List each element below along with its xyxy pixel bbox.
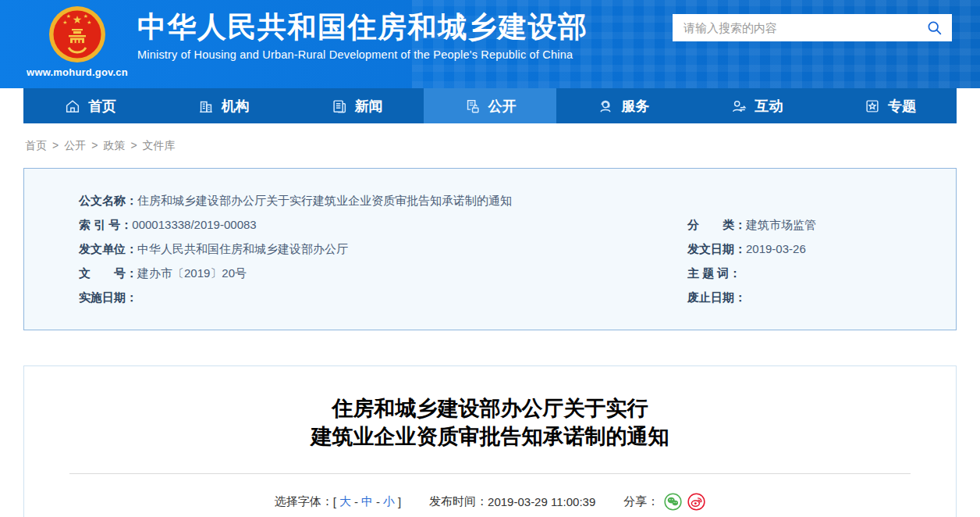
meta-row-issue-date: 发文日期： 2019-03-26 bbox=[687, 237, 956, 261]
share-label: 分享： bbox=[623, 494, 659, 509]
news-icon bbox=[331, 98, 348, 115]
meta-value: 中华人民共和国住房和城乡建设部办公厅 bbox=[137, 237, 348, 261]
breadcrumb-item-disclosure[interactable]: 公开 bbox=[64, 139, 86, 152]
main-nav: 首页 机构 新闻 公开 服务 互 bbox=[23, 88, 957, 123]
nav-label: 机构 bbox=[222, 97, 250, 116]
wechat-icon bbox=[664, 493, 682, 511]
breadcrumb: 首页>公开>政策>文件库 bbox=[25, 139, 957, 153]
weibo-share-button[interactable] bbox=[687, 493, 705, 511]
topics-icon bbox=[864, 98, 881, 115]
font-selector-open-bracket: [ bbox=[333, 495, 336, 508]
home-icon bbox=[64, 98, 81, 115]
nav-item-disclosure[interactable]: 公开 bbox=[424, 88, 557, 123]
nav-item-topics[interactable]: 专题 bbox=[823, 88, 957, 123]
document-meta-box: 公文名称： 住房和城乡建设部办公厅关于实行建筑业企业资质审批告知承诺制的通知 索… bbox=[23, 168, 957, 330]
meta-value: 建办市〔2019〕20号 bbox=[137, 261, 247, 285]
breadcrumb-separator: > bbox=[130, 139, 137, 152]
meta-row-issuing-unit: 发文单位： 中华人民共和国住房和城乡建设部办公厅 bbox=[79, 237, 687, 261]
font-size-small-link[interactable]: 小 bbox=[383, 494, 395, 509]
nav-label: 公开 bbox=[488, 97, 517, 116]
publish-time: 发布时间： 2019-03-29 11:00:39 bbox=[429, 494, 595, 509]
publish-time-value: 2019-03-29 11:00:39 bbox=[488, 495, 595, 508]
article-card: 住房和城乡建设部办公厅关于实行 建筑业企业资质审批告知承诺制的通知 选择字体： … bbox=[23, 365, 957, 517]
meta-label: 发文单位： bbox=[79, 237, 137, 261]
site-banner: ★ ★ ★ ★ ★ www.mohurd.gov.cn 中华人民共和国住房和城乡… bbox=[0, 0, 980, 88]
national-emblem-icon: ★ ★ ★ ★ ★ bbox=[48, 5, 107, 64]
meta-row-repeal-date: 废止日期： bbox=[687, 285, 956, 309]
meta-left-column: 索 引 号： 000013338/2019-00083 发文单位： 中华人民共和… bbox=[79, 212, 687, 309]
services-icon bbox=[597, 98, 614, 115]
font-size-large-link[interactable]: 大 bbox=[339, 494, 351, 509]
site-title-en: Ministry of Housing and Urban-Rural Deve… bbox=[137, 48, 588, 61]
site-url: www.mohurd.gov.cn bbox=[27, 66, 128, 78]
search-box bbox=[673, 14, 952, 41]
search-input[interactable] bbox=[673, 14, 916, 41]
site-titles: 中华人民共和国住房和城乡建设部 Ministry of Housing and … bbox=[137, 10, 588, 61]
breadcrumb-separator: > bbox=[52, 139, 59, 152]
search-icon bbox=[926, 20, 943, 36]
wechat-share-button[interactable] bbox=[664, 493, 682, 511]
meta-label: 索 引 号： bbox=[79, 212, 132, 237]
svg-text:★: ★ bbox=[87, 20, 91, 25]
svg-text:★: ★ bbox=[66, 13, 71, 19]
font-selector-label: 选择字体： bbox=[275, 494, 333, 509]
organization-icon bbox=[197, 98, 215, 115]
nav-label: 新闻 bbox=[355, 97, 383, 116]
share-group: 分享： bbox=[623, 493, 705, 511]
nav-item-interaction[interactable]: 互动 bbox=[690, 88, 823, 123]
breadcrumb-separator: > bbox=[91, 139, 98, 152]
meta-row-document-name: 公文名称： 住房和城乡建设部办公厅关于实行建筑业企业资质审批告知承诺制的通知 bbox=[79, 188, 956, 212]
meta-label: 公文名称： bbox=[79, 188, 137, 212]
meta-row-category: 分 类： 建筑市场监管 bbox=[687, 212, 956, 237]
meta-row-document-number: 文 号： 建办市〔2019〕20号 bbox=[79, 261, 687, 285]
meta-row-index-number: 索 引 号： 000013338/2019-00083 bbox=[79, 212, 687, 237]
meta-value: 000013338/2019-00083 bbox=[132, 212, 256, 237]
article-title: 住房和城乡建设部办公厅关于实行 建筑业企业资质审批告知承诺制的通知 bbox=[24, 394, 956, 451]
meta-value: 建筑市场监管 bbox=[746, 212, 816, 237]
font-size-medium-link[interactable]: 中 bbox=[361, 494, 373, 509]
meta-label: 实施日期： bbox=[79, 285, 137, 309]
breadcrumb-item-home[interactable]: 首页 bbox=[25, 139, 47, 152]
font-selector-close-bracket: ] bbox=[398, 495, 401, 508]
meta-label: 废止日期： bbox=[687, 285, 746, 309]
nav-label: 服务 bbox=[621, 97, 649, 116]
nav-label: 互动 bbox=[755, 97, 783, 116]
weibo-icon bbox=[687, 493, 705, 511]
meta-value: 2019-03-26 bbox=[746, 237, 806, 261]
nav-item-organization[interactable]: 机构 bbox=[157, 88, 290, 123]
article-info-row: 选择字体： [ 大 - 中 - 小 ] 发布时间： 2019-03-29 11:… bbox=[24, 493, 956, 511]
site-title-cn: 中华人民共和国住房和城乡建设部 bbox=[137, 10, 588, 45]
meta-label: 分 类： bbox=[687, 212, 746, 237]
nav-item-home[interactable]: 首页 bbox=[23, 88, 157, 123]
meta-value: 住房和城乡建设部办公厅关于实行建筑业企业资质审批告知承诺制的通知 bbox=[137, 188, 512, 212]
nav-item-services[interactable]: 服务 bbox=[556, 88, 690, 123]
font-size-selector: 选择字体： [ 大 - 中 - 小 ] bbox=[275, 494, 401, 509]
breadcrumb-item-library[interactable]: 文件库 bbox=[143, 139, 176, 152]
meta-label: 主 题 词： bbox=[687, 261, 740, 285]
svg-text:★: ★ bbox=[73, 13, 83, 26]
font-selector-dash: - bbox=[376, 495, 380, 508]
article-title-line1: 住房和城乡建设部办公厅关于实行 bbox=[24, 394, 956, 423]
font-selector-dash: - bbox=[354, 495, 358, 508]
meta-right-column: 分 类： 建筑市场监管 发文日期： 2019-03-26 主 题 词： 废止日期… bbox=[687, 212, 956, 309]
title-divider bbox=[69, 473, 911, 474]
breadcrumb-item-policy[interactable]: 政策 bbox=[103, 139, 125, 152]
nav-label: 首页 bbox=[88, 97, 116, 116]
meta-row-subject-words: 主 题 词： bbox=[687, 261, 956, 285]
article-title-line2: 建筑业企业资质审批告知承诺制的通知 bbox=[24, 423, 956, 451]
meta-row-effective-date: 实施日期： bbox=[79, 285, 687, 309]
svg-text:★: ★ bbox=[62, 20, 67, 25]
publish-time-label: 发布时间： bbox=[429, 494, 488, 509]
meta-label: 发文日期： bbox=[687, 237, 746, 261]
search-button[interactable] bbox=[916, 14, 952, 41]
svg-text:★: ★ bbox=[83, 13, 88, 19]
disclosure-icon bbox=[464, 98, 481, 115]
nav-item-news[interactable]: 新闻 bbox=[290, 88, 424, 123]
site-logo[interactable]: ★ ★ ★ ★ ★ www.mohurd.gov.cn bbox=[27, 5, 128, 78]
nav-label: 专题 bbox=[888, 97, 916, 116]
meta-label: 文 号： bbox=[79, 261, 137, 285]
interaction-icon bbox=[730, 98, 747, 115]
